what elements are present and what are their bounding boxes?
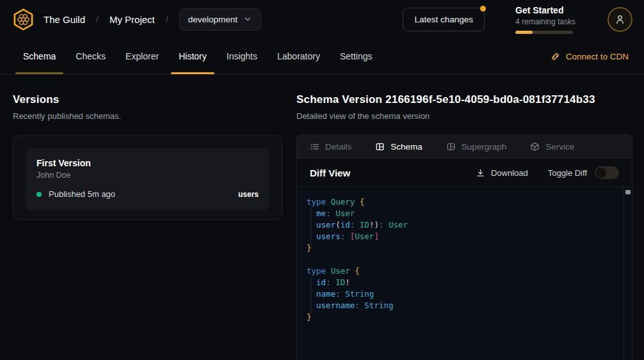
code-line: } [307,242,619,254]
code-line: type User { [307,265,619,277]
target-selector[interactable]: development [179,8,261,31]
code-line: user(id: ID!): User [307,219,619,231]
tab-service-label: Service [545,142,574,152]
hive-logo-icon[interactable] [12,8,35,31]
link-icon [551,52,560,61]
get-started-widget[interactable]: Get Started 4 remaining tasks [515,5,574,34]
list-icon [310,142,319,152]
tab-schema-inner-label: Schema [390,142,423,152]
tab-explorer[interactable]: Explorer [118,38,166,74]
get-started-subtitle: 4 remaining tasks [515,17,574,26]
app-root: The Guild / My Project / development Lat… [0,0,644,360]
breadcrumb-project[interactable]: My Project [109,14,155,25]
tab-laboratory[interactable]: Laboratory [270,38,328,74]
diff-view-header: Diff View Download Toggle Diff [297,159,632,187]
breadcrumb-separator: / [96,14,99,24]
code-scrollbar-thumb[interactable] [625,190,631,194]
versions-title: Versions [13,93,282,106]
chevron-down-icon [243,15,252,24]
diff-view-title: Diff View [310,168,350,178]
code-line: type Query { [307,196,619,208]
toggle-diff-knob [596,168,606,178]
tab-history[interactable]: History [171,38,214,74]
code-line: username: String [307,300,619,311]
version-detail-panel: Schema Version 2166196f-5e10-4059-bd0a-0… [296,75,644,360]
version-detail-card: Details Schema Super [296,134,632,360]
versions-panel: Versions Recently published schemas. Fir… [0,75,296,360]
version-detail-title: Schema Version 2166196f-5e10-4059-bd0a-0… [296,93,632,106]
schema-code-viewer[interactable]: type Query { me: User user(id: ID!): Use… [297,187,632,360]
latest-changes-button[interactable]: Latest changes [403,8,485,31]
detail-tab-strip: Details Schema Super [297,135,632,159]
connect-cdn-label: Connect to CDN [566,52,629,61]
tab-details-label: Details [325,142,351,152]
get-started-title: Get Started [515,5,574,15]
tab-service[interactable]: Service [530,142,574,152]
tab-schema[interactable]: Schema [15,38,63,74]
indent-guide [310,278,311,314]
panels-icon [375,142,385,152]
breadcrumb-separator: / [166,14,168,24]
download-label: Download [491,168,528,178]
tab-settings[interactable]: Settings [332,38,380,74]
latest-changes-label: Latest changes [414,15,473,24]
user-icon [615,14,625,25]
cube-icon [530,142,540,152]
code-line: } [307,311,619,323]
download-icon [476,168,485,178]
version-status: Published 5m ago [49,189,115,199]
version-name: First Version [36,158,259,168]
target-selector-value: development [188,15,237,24]
target-nav-tabs: Schema Checks Explorer History Insights … [0,38,644,75]
diff-actions: Download Toggle Diff [476,166,619,179]
tab-supergraph[interactable]: Supergraph [446,142,507,152]
indent-guide [310,208,311,245]
breadcrumb-org[interactable]: The Guild [44,14,85,25]
version-author: John Doe [36,171,259,180]
tab-details[interactable]: Details [310,142,351,152]
breadcrumb: The Guild / My Project / development [44,8,261,31]
published-status-dot [36,192,42,197]
version-meta-row: Published 5m ago users [36,189,259,199]
code-line: me: User [307,208,619,219]
code-scrollbar[interactable] [624,187,632,360]
nav-spacer [385,38,551,74]
version-detail-subtitle: Detailed view of the schema version [296,111,632,121]
tab-insights[interactable]: Insights [219,38,265,74]
version-list-item[interactable]: First Version John Doe Published 5m ago … [26,148,270,210]
progress-bar [515,31,573,34]
panels-icon [446,142,456,152]
versions-list: First Version John Doe Published 5m ago … [13,136,282,220]
code-line: name: String [307,288,619,300]
main-content: Versions Recently published schemas. Fir… [0,75,644,360]
code-block: type Query { me: User user(id: ID!): Use… [307,196,619,323]
download-button[interactable]: Download [476,168,528,178]
versions-subtitle: Recently published schemas. [13,111,282,121]
notification-dot [480,6,486,12]
tab-checks[interactable]: Checks [68,38,113,74]
top-header: The Guild / My Project / development Lat… [0,0,644,38]
tab-supergraph-label: Supergraph [462,142,507,152]
version-service-badge: users [238,190,259,199]
toggle-diff-switch[interactable] [595,166,619,179]
code-line: id: ID! [307,277,619,288]
tab-schema-inner[interactable]: Schema [375,142,423,152]
toggle-diff-label: Toggle Diff [548,168,587,178]
progress-fill [515,31,533,34]
connect-cdn-link[interactable]: Connect to CDN [551,38,629,74]
code-line [307,254,619,265]
code-line: users: [User] [307,231,619,242]
avatar[interactable] [608,7,632,32]
